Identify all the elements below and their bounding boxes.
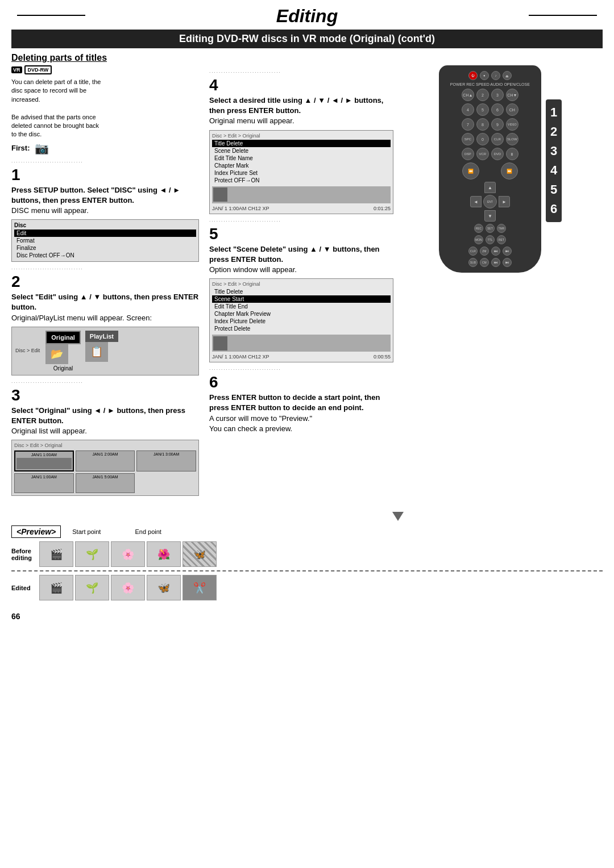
- remote-top-row: ⏻ ● ♪ ⏏: [468, 71, 512, 80]
- edited-frame-3: 🌸: [111, 575, 145, 600]
- step5-item-chapter: Chapter Mark Preview: [212, 310, 391, 318]
- btn-return[interactable]: RET: [497, 235, 506, 244]
- step2-normal: Original/PlayList menu will appear. Scre…: [11, 314, 152, 322]
- btn-0[interactable]: 0: [476, 133, 489, 145]
- btn-vcr[interactable]: VCR: [476, 148, 489, 160]
- main-layout: VR DVD-RW You can delete part of a title…: [0, 65, 614, 499]
- btn-9[interactable]: 9: [491, 118, 504, 131]
- step6-normal1: A cursor will move to "Preview.": [209, 414, 312, 423]
- preview-rows: Beforeediting 🎬 🌱 🌸 🌺 🦋 Edited 🎬 🌱 🌸 🦋 ✂…: [11, 541, 603, 600]
- dpad-down[interactable]: ▼: [484, 210, 496, 222]
- dotted-divider: [11, 570, 603, 571]
- disc-menu-title: Disc: [14, 222, 196, 228]
- step2-number: 2: [11, 273, 199, 291]
- step-num-3: 3: [550, 144, 557, 158]
- dpad: ▲ ▼ ◄ ► ENT: [470, 182, 510, 222]
- btn-dvd[interactable]: DVD: [491, 148, 504, 160]
- btn-timer[interactable]: TMR: [497, 224, 506, 233]
- step5-screen-title: Disc > Edit > Original: [212, 281, 391, 287]
- btn-subtitle[interactable]: SUB: [468, 258, 478, 267]
- step5-screen-status: JAN/ 1 1:00AM CH12 XP 0:00:55: [212, 354, 391, 360]
- btn-slow[interactable]: SLOW: [506, 133, 518, 145]
- section-heading: Deleting parts of titles: [0, 48, 614, 65]
- numpad-row2: 4 5 6 CH: [462, 103, 518, 116]
- middle-column: .............................. 4 Select …: [205, 65, 398, 499]
- step5-screen: Disc > Edit > Original Title Delete Scen…: [209, 278, 393, 362]
- remote-top-labels: POWER REC SPEED AUDIO OPEN/CLOSE: [450, 82, 530, 86]
- disc-menu-item-protect: Disc Protect OFF→ON: [14, 252, 196, 259]
- step4-normal: Original menu will appear.: [209, 116, 294, 125]
- step1-dots: ..............................: [11, 158, 199, 164]
- btn-clear[interactable]: CLR: [491, 133, 504, 145]
- step-num-4: 4: [550, 163, 557, 178]
- audio-btn[interactable]: ♪: [491, 71, 500, 80]
- before-frame-1: 🎬: [39, 541, 73, 567]
- step-numbers-sidebar: 1 2 3 4 5 6: [546, 99, 562, 222]
- btn-next[interactable]: ⏭: [503, 258, 512, 267]
- step4-instruction: Select a desired title using ▲ / ▼ / ◄ /…: [209, 95, 393, 127]
- original-option: Original 📂 Original: [45, 331, 81, 372]
- orig-list-header: Disc > Edit > Original: [14, 443, 196, 448]
- dpad-enter[interactable]: ENT: [483, 195, 497, 208]
- numpad-row1: CH▲ 2 3 CH▼: [462, 89, 518, 101]
- step4-screen-title: Disc > Edit > Original: [212, 133, 391, 139]
- original-label-btn: Original: [45, 331, 81, 344]
- btn-cmskp[interactable]: CM: [480, 258, 489, 267]
- step5-dots: ..............................: [209, 218, 393, 223]
- btn-pause[interactable]: ⏸: [506, 148, 518, 160]
- btn-recmonitor[interactable]: MON: [474, 235, 483, 244]
- step3-number: 3: [11, 386, 199, 404]
- preview-labels: Start point End point: [72, 528, 161, 535]
- preview-section: <Preview> Start point End point Beforeed…: [0, 499, 614, 606]
- btn-7[interactable]: 7: [462, 118, 474, 131]
- disc-menu-screen: Disc Edit Format Finalize Disc Protect O…: [11, 219, 199, 262]
- original-menu-label: Original: [45, 365, 81, 372]
- step1-bold: Press SETUP button. Select "DISC" using …: [11, 186, 180, 205]
- display-row: DISP VCR DVD ⏸: [462, 148, 518, 160]
- dpad-left[interactable]: ◄: [470, 196, 482, 207]
- btn-zoom[interactable]: ZM: [480, 247, 489, 256]
- btn-videotv[interactable]: VIDEO: [506, 118, 518, 131]
- btn-5[interactable]: 5: [476, 103, 489, 116]
- btn-2[interactable]: 2: [476, 89, 489, 101]
- btn-setup[interactable]: SET: [486, 224, 495, 233]
- btn-4[interactable]: 4: [462, 103, 474, 116]
- power-btn[interactable]: ⏻: [468, 71, 478, 80]
- btn-3[interactable]: 3: [491, 89, 504, 101]
- edited-frame-5: ✂️: [182, 575, 217, 600]
- btn-ch-down[interactable]: CH▼: [506, 89, 518, 101]
- btn-8[interactable]: 8: [476, 118, 489, 131]
- start-point-label: Start point: [72, 528, 101, 535]
- dpad-right[interactable]: ►: [499, 196, 510, 207]
- rec-speed-btn[interactable]: ●: [480, 71, 489, 80]
- btn-ch-up[interactable]: CH▲: [462, 89, 474, 101]
- edited-frame-2: 🌱: [75, 575, 109, 600]
- btn-rec[interactable]: REC: [474, 224, 483, 233]
- btn-ch[interactable]: CH: [506, 103, 518, 116]
- btn-space[interactable]: SPC: [462, 133, 474, 145]
- btn-rewind[interactable]: ⏪: [462, 162, 479, 180]
- bottom-row1: REC SET TMR: [474, 224, 506, 233]
- orig-list-item-1: JAN/1 1:00AM: [14, 450, 74, 471]
- step1-number: 1: [11, 166, 199, 184]
- btn-skip-fwd[interactable]: ⏭: [503, 247, 512, 256]
- transport-row1: ⏪ ⏩: [462, 162, 518, 180]
- before-frame-2: 🌱: [75, 541, 109, 567]
- btn-skip-back[interactable]: ⏮: [491, 247, 500, 256]
- btn-6[interactable]: 6: [491, 103, 504, 116]
- bottom-row3: CLR ZM ⏮ ⏭: [468, 247, 512, 256]
- intro-text: You can delete part of a title, the disc…: [11, 78, 199, 139]
- btn-prev[interactable]: ⏮: [491, 258, 500, 267]
- btn-display[interactable]: DISP: [462, 148, 474, 160]
- vr-logo: VR DVD-RW: [11, 65, 199, 74]
- btn-clearmem[interactable]: CLR: [468, 247, 478, 256]
- step-num-1: 1: [550, 105, 557, 120]
- dpad-up[interactable]: ▲: [484, 182, 496, 193]
- btn-fastforward[interactable]: ⏩: [501, 162, 518, 180]
- page-title-section: Editing: [0, 0, 614, 30]
- step4-item-titledelete: Title Delete: [212, 140, 391, 147]
- open-close-btn[interactable]: ⏏: [503, 71, 512, 80]
- remote-control: ⏻ ● ♪ ⏏ POWER REC SPEED AUDIO OPEN/CLOSE…: [439, 65, 541, 273]
- btn-titlemenu[interactable]: TTL: [486, 235, 495, 244]
- step5-normal: Option window will appear.: [209, 265, 297, 274]
